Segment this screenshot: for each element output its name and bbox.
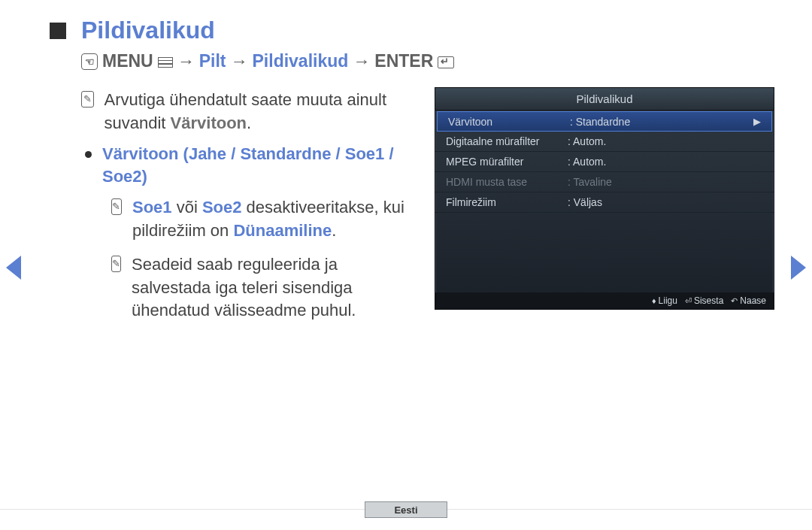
osd-title: Pildivalikud: [435, 88, 774, 111]
section-bullet: [50, 23, 66, 39]
breadcrumb-enter: ENTER: [374, 51, 433, 71]
note-text-1: Arvutiga ühendatult saate muuta ainult s…: [105, 89, 420, 135]
sub1-or: või: [172, 198, 202, 217]
enter-icon: [438, 56, 454, 68]
osd-row-label: Filmirežiim: [446, 196, 566, 208]
nav-next-button[interactable]: [791, 256, 806, 280]
osd-row-label: Digitaalne mürafilter: [446, 135, 566, 147]
osd-row-value: : Väljas: [566, 196, 763, 208]
menu-icon: [158, 57, 173, 68]
breadcrumb: ☜ MENU → Pilt → Pildivalikud → ENTER: [81, 51, 454, 71]
footer-return: ↶Naase: [731, 292, 766, 309]
breadcrumb-pildivalikud: Pildivalikud: [253, 51, 349, 71]
note-icon: ✎: [111, 256, 121, 272]
footer-return-label: Naase: [740, 292, 766, 309]
osd-row-value: : Autom.: [566, 135, 763, 147]
osd-row[interactable]: Filmirežiim: Väljas: [435, 192, 774, 213]
osd-row-label: Värvitoon: [448, 116, 568, 128]
osd-row-value: : Standardne: [568, 116, 753, 128]
note1-dot: .: [247, 114, 251, 132]
breadcrumb-arrow-3: →: [353, 51, 370, 71]
hand-icon: ☜: [81, 53, 98, 70]
subnote-1: Soe1 või Soe2 desaktiveeritakse, kui pil…: [132, 196, 420, 243]
enter-small-icon: ⏎: [685, 292, 692, 309]
content-text: ✎ Arvutiga ühendatult saate muuta ainult…: [81, 89, 420, 330]
osd-row[interactable]: HDMI musta tase: Tavaline: [435, 172, 774, 192]
chevron-right-icon: ▶: [753, 116, 761, 127]
osd-body: Värvitoon: Standardne▶Digitaalne mürafil…: [435, 111, 774, 213]
sub1-dot: .: [332, 221, 336, 240]
note1-bold: Värvitoon: [171, 114, 247, 132]
note-icon: ✎: [111, 198, 122, 215]
osd-row-label: HDMI musta tase: [446, 176, 566, 188]
option-heading: Värvitoon (Jahe / Standardne / Soe1 / So…: [102, 143, 420, 189]
footer-enter: ⏎Sisesta: [685, 292, 723, 309]
osd-row[interactable]: Digitaalne mürafilter: Autom.: [435, 132, 774, 152]
osd-footer: ♦Liigu ⏎Sisesta ↶Naase: [435, 292, 774, 309]
sub1-soe1: Soe1: [132, 198, 172, 217]
breadcrumb-arrow-2: →: [231, 51, 248, 71]
osd-panel: Pildivalikud Värvitoon: Standardne▶Digit…: [435, 87, 774, 310]
sub1-soe2: Soe2: [202, 198, 242, 217]
osd-row-value: : Autom.: [566, 156, 763, 168]
sub1-dyn: Dünaamiline: [233, 221, 332, 240]
note-icon: ✎: [81, 91, 94, 108]
bullet-icon: [85, 151, 92, 158]
osd-row-value: : Tavaline: [566, 176, 763, 188]
breadcrumb-pilt: Pilt: [199, 51, 226, 71]
footer-move-label: Liigu: [659, 292, 677, 309]
updown-icon: ♦: [652, 292, 656, 309]
language-badge: Eesti: [365, 501, 447, 518]
osd-row-label: MPEG mürafilter: [446, 156, 566, 168]
osd-row[interactable]: MPEG mürafilter: Autom.: [435, 152, 774, 172]
subnote-2: Seadeid saab reguleerida ja salvestada i…: [132, 253, 420, 323]
breadcrumb-menu: MENU: [102, 51, 153, 71]
nav-prev-button[interactable]: [6, 256, 21, 280]
footer-enter-label: Sisesta: [694, 292, 723, 309]
footer-move: ♦Liigu: [652, 292, 677, 309]
breadcrumb-arrow-1: →: [177, 51, 195, 71]
osd-row[interactable]: Värvitoon: Standardne▶: [437, 111, 772, 132]
return-icon: ↶: [731, 292, 738, 309]
page-title: Pildivalikud: [81, 17, 215, 44]
